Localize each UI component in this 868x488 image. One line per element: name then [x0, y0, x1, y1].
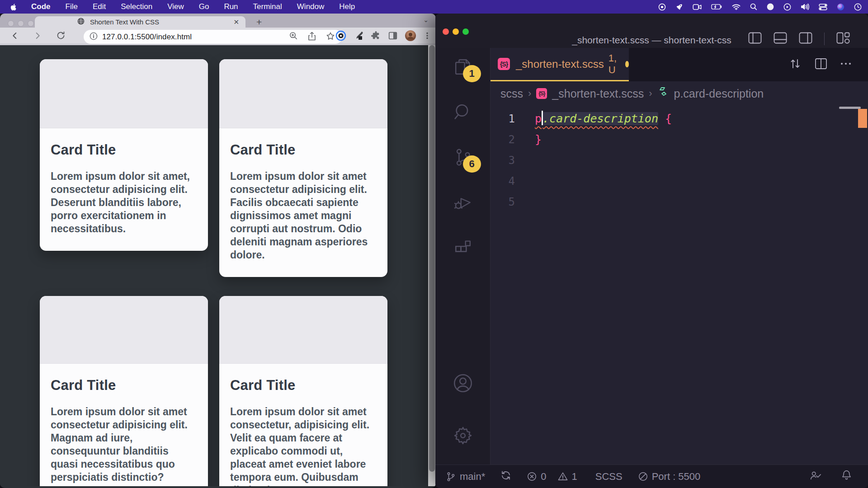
split-editor-icon[interactable]: [815, 57, 827, 72]
reload-button[interactable]: [56, 31, 66, 40]
card: Card Title Lorem ipsum dolor sit amet co…: [219, 296, 387, 486]
vscode-titlebar: _shorten-text.scss — shorten-text-css: [435, 14, 868, 48]
live-server-status[interactable]: Port : 5500: [638, 471, 701, 483]
tab-close-icon[interactable]: ✕: [233, 18, 239, 26]
window-minimize-button[interactable]: [453, 28, 459, 35]
browser-tab[interactable]: Shorten Text With CSS ✕: [35, 16, 245, 28]
overview-ruler-warning-mark: [858, 109, 867, 128]
share-icon[interactable]: [308, 32, 316, 42]
selector-class-token: .card-description: [542, 112, 658, 125]
open-changes-icon[interactable]: [788, 57, 802, 72]
menu-item-go[interactable]: Go: [199, 2, 209, 11]
screen-record-icon[interactable]: [658, 3, 666, 11]
breadcrumb-symbol[interactable]: p.card-description: [674, 87, 764, 100]
notifications-bell-icon[interactable]: [841, 469, 852, 483]
vscode-window: _shorten-text.scss — shorten-text-css 1 …: [435, 14, 868, 488]
card: Card Title Lorem ipsum dolor sit amet, c…: [40, 59, 208, 251]
password-extension-icon[interactable]: [335, 30, 346, 43]
code-content[interactable]: p.card-description { }: [526, 106, 868, 465]
extensions-puzzle-icon[interactable]: [371, 31, 381, 43]
source-control-view-icon[interactable]: 6: [452, 146, 474, 168]
menu-item-view[interactable]: View: [167, 2, 184, 11]
card-description: Lorem ipsum dolor sit amet consectetur a…: [230, 170, 377, 262]
site-info-icon[interactable]: [90, 32, 98, 42]
breadcrumb-file[interactable]: _shorten-text.scss: [552, 87, 644, 100]
back-button[interactable]: [10, 31, 20, 41]
sync-changes-icon[interactable]: [500, 470, 511, 483]
feedback-icon[interactable]: [810, 470, 821, 483]
spotlight-search-icon[interactable]: [750, 3, 757, 10]
extensions-view-icon[interactable]: [452, 237, 474, 258]
menu-item-selection[interactable]: Selection: [121, 2, 152, 11]
focus-mode-icon[interactable]: [767, 3, 774, 10]
settings-gear-icon[interactable]: [452, 425, 474, 446]
card-image-placeholder: [219, 59, 387, 128]
page-scrollbar[interactable]: [428, 45, 436, 486]
wifi-icon[interactable]: [732, 4, 741, 10]
browser-toolbar: 127.0.0.1:5500/index.html: [0, 28, 436, 45]
window-close-button[interactable]: [443, 28, 449, 35]
menu-item-file[interactable]: File: [66, 2, 78, 11]
colorpicker-extension-icon[interactable]: [353, 30, 364, 43]
menu-item-help[interactable]: Help: [339, 2, 355, 11]
editor-tab[interactable]: {S} _shorten-text.scss 1, U: [491, 48, 629, 81]
window-minimize-button[interactable]: [18, 20, 24, 27]
profile-avatar[interactable]: [405, 30, 416, 43]
menu-item-code[interactable]: Code: [31, 2, 51, 11]
toggle-panel-icon[interactable]: [774, 32, 787, 46]
menu-item-window[interactable]: Window: [297, 2, 324, 11]
page-scrollbar-thumb[interactable]: [429, 45, 435, 472]
web-page: Card Title Lorem ipsum dolor sit amet, c…: [0, 45, 436, 486]
code-editor[interactable]: 1 2 3 4 5 p.card-description { }: [491, 106, 868, 465]
code-line-2[interactable]: }: [535, 129, 868, 150]
siri-icon[interactable]: [837, 3, 844, 11]
battery-icon[interactable]: [711, 4, 722, 10]
window-zoom-button[interactable]: [462, 28, 469, 35]
window-close-button[interactable]: [8, 20, 14, 27]
open-brace-token: {: [665, 112, 672, 125]
run-debug-view-icon[interactable]: [452, 192, 474, 213]
editor-scrollbar[interactable]: [839, 107, 861, 109]
unsaved-changes-dot[interactable]: [625, 61, 629, 67]
video-camera-icon[interactable]: [693, 4, 702, 10]
card-title: Card Title: [51, 377, 197, 394]
more-actions-icon[interactable]: [840, 58, 852, 71]
customize-layout-icon[interactable]: [836, 32, 850, 46]
url-text[interactable]: 127.0.0.1:5500/index.html: [102, 33, 192, 42]
toggle-secondary-sidebar-icon[interactable]: [799, 32, 812, 46]
problems-status[interactable]: 0 1: [527, 471, 577, 483]
search-view-icon[interactable]: [452, 101, 474, 123]
tab-search-chevron-icon[interactable]: ⌄: [423, 16, 429, 23]
apple-logo-icon[interactable]: [10, 3, 18, 11]
symbol-selector-icon: [657, 86, 669, 101]
menu-item-edit[interactable]: Edit: [93, 2, 106, 11]
address-bar[interactable]: 127.0.0.1:5500/index.html: [84, 30, 342, 44]
accounts-icon[interactable]: [452, 372, 474, 394]
language-mode[interactable]: SCSS: [595, 471, 623, 483]
code-line-1[interactable]: p.card-description {: [535, 108, 868, 129]
window-zoom-button[interactable]: [28, 20, 34, 27]
side-panel-icon[interactable]: [388, 31, 398, 42]
rocket-icon[interactable]: [675, 3, 683, 11]
breadcrumb-folder[interactable]: scss: [500, 87, 523, 100]
editor-tab-label: _shorten-text.scss: [516, 58, 604, 70]
new-tab-button[interactable]: +: [256, 17, 262, 27]
bookmark-star-icon[interactable]: [326, 32, 335, 42]
control-center-icon[interactable]: [819, 4, 827, 10]
line-number-gutter: 1 2 3 4 5: [491, 106, 526, 465]
card-title: Card Title: [51, 142, 197, 158]
clock-icon[interactable]: [854, 3, 862, 11]
macos-menubar: Code File Edit Selection View Go Run Ter…: [0, 0, 868, 14]
zoom-icon[interactable]: [289, 32, 298, 42]
explorer-view-icon[interactable]: 1: [452, 56, 474, 78]
titlebar-layout-controls: [748, 32, 850, 46]
toggle-primary-sidebar-icon[interactable]: [748, 32, 762, 46]
volume-icon[interactable]: [801, 3, 809, 10]
play-circle-icon[interactable]: [783, 3, 791, 11]
browser-menu-icon[interactable]: [423, 32, 431, 42]
menu-item-terminal[interactable]: Terminal: [253, 2, 282, 11]
scss-file-icon: {S}: [498, 58, 510, 70]
git-branch-status[interactable]: main*: [445, 471, 485, 483]
forward-button[interactable]: [33, 31, 42, 41]
menu-item-run[interactable]: Run: [224, 2, 238, 11]
